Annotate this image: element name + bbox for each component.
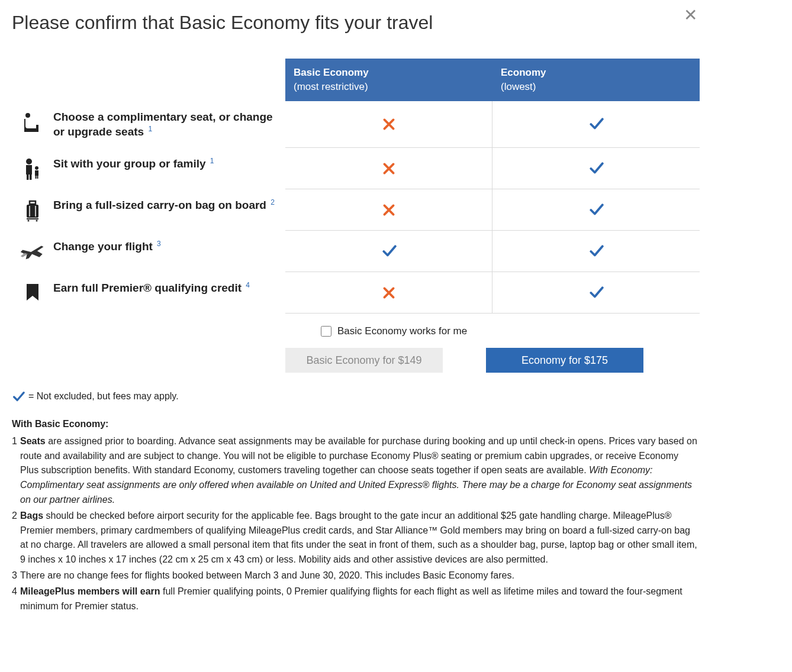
- with-basic-heading: With Basic Economy:: [12, 417, 698, 432]
- feature-label: Change your flight 3: [12, 231, 285, 272]
- feature-text: Sit with your group or family 1: [53, 156, 214, 172]
- feature-text: Earn full Premier® qualifying credit 4: [53, 280, 250, 296]
- check-icon: [588, 117, 604, 132]
- footnotes-list: Seats are assigned prior to boarding. Ad…: [12, 434, 698, 614]
- economy-value: [492, 231, 700, 272]
- fare-confirm-modal: ✕ Please confirm that Basic Economy fits…: [12, 12, 780, 613]
- tier-label: Basic Economy: [294, 67, 369, 78]
- basic-value: [285, 101, 492, 148]
- footnote-section: = Not excluded, but fees may apply. With…: [12, 389, 698, 613]
- acknowledge-label[interactable]: Basic Economy works for me: [337, 325, 467, 337]
- legend: = Not excluded, but fees may apply.: [12, 389, 698, 404]
- family-icon: [12, 156, 53, 181]
- page-title: Please confirm that Basic Economy fits y…: [12, 12, 780, 34]
- comparison-grid: Basic Economy (most restrictive) Economy…: [12, 59, 780, 373]
- acknowledge-checkbox-row: Basic Economy works for me: [285, 314, 700, 345]
- tier-label: Economy: [501, 67, 546, 78]
- check-icon: [12, 390, 25, 403]
- check-icon: [588, 244, 604, 259]
- check-icon: [588, 202, 604, 218]
- feature-label: Choose a complimentary seat, or change o…: [12, 101, 285, 148]
- tier-sublabel: (most restrictive): [294, 80, 484, 94]
- spacer: [12, 314, 285, 345]
- column-header-economy: Economy (lowest): [492, 59, 700, 101]
- footnote-1: Seats are assigned prior to boarding. Ad…: [12, 434, 698, 508]
- legend-text: = Not excluded, but fees may apply.: [28, 389, 179, 404]
- column-header-basic: Basic Economy (most restrictive): [285, 59, 492, 101]
- basic-value: [285, 189, 492, 231]
- seat-icon: [12, 109, 53, 134]
- feature-text: Bring a full-sized carry-on bag on board…: [53, 198, 275, 213]
- economy-value: [492, 189, 700, 231]
- spacer: [12, 59, 285, 101]
- economy-value: [492, 148, 700, 189]
- basic-value: [285, 148, 492, 189]
- feature-label: Sit with your group or family 1: [12, 148, 285, 189]
- tier-sublabel: (lowest): [501, 80, 691, 94]
- footnote-3: There are no change fees for flights boo…: [12, 568, 698, 583]
- x-icon: [381, 202, 397, 218]
- select-basic-economy-button: Basic Economy for $149: [285, 348, 443, 373]
- acknowledge-checkbox[interactable]: [321, 326, 331, 337]
- select-economy-button[interactable]: Economy for $175: [486, 348, 643, 373]
- spacer: [12, 345, 285, 373]
- feature-text: Change your flight 3: [53, 239, 161, 254]
- feature-label: Bring a full-sized carry-on bag on board…: [12, 189, 285, 231]
- footnote-2: Bags should be checked before airport se…: [12, 509, 698, 567]
- bag-icon: [12, 198, 53, 222]
- x-icon: [381, 117, 397, 132]
- check-icon: [381, 244, 397, 259]
- check-icon: [588, 285, 604, 301]
- feature-text: Choose a complimentary seat, or change o…: [53, 109, 278, 140]
- x-icon: [381, 161, 397, 176]
- basic-value: [285, 231, 492, 272]
- footnote-4: MileagePlus members will earn full Premi…: [12, 584, 698, 614]
- basic-value: [285, 272, 492, 314]
- close-icon[interactable]: ✕: [684, 7, 697, 24]
- economy-value: [492, 101, 700, 148]
- feature-label: Earn full Premier® qualifying credit 4: [12, 272, 285, 314]
- check-icon: [588, 161, 604, 176]
- plane-icon: [12, 239, 53, 264]
- button-row: Basic Economy for $149 Economy for $175: [285, 348, 700, 373]
- x-icon: [381, 285, 397, 301]
- economy-value: [492, 272, 700, 314]
- ribbon-icon: [12, 280, 53, 305]
